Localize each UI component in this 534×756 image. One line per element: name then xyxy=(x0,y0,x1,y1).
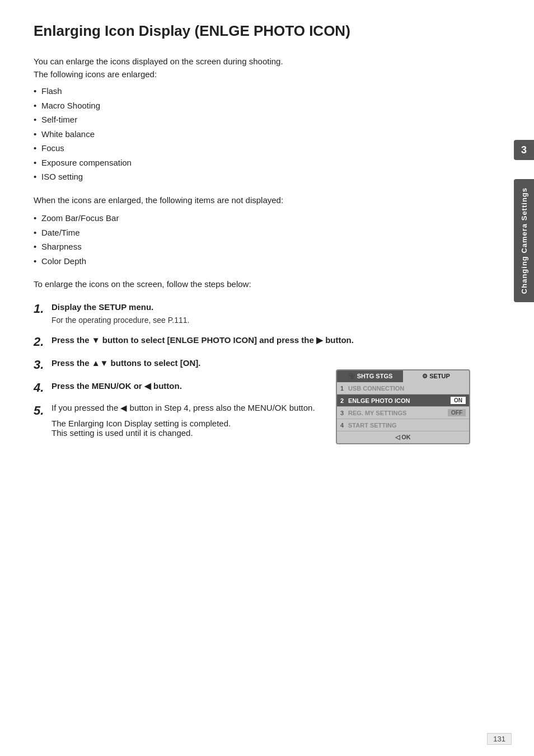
list-item: Zoom Bar/Focus Bar xyxy=(34,211,470,226)
cam-row-4: 4 START SETTING xyxy=(337,419,469,431)
step-sub5-1: The Enlarging Icon Display setting is co… xyxy=(51,419,322,428)
list-item: Date/Time xyxy=(34,226,470,240)
step-5: 5. If you pressed the ◀ button in Step 4… xyxy=(34,403,322,438)
step-bold-1: Display the SETUP menu. xyxy=(51,301,470,314)
intro-line1: You can enlarge the icons displayed on t… xyxy=(34,55,470,81)
not-displayed-intro: When the icons are enlarged, the followi… xyxy=(34,194,470,207)
cam-row-3: 3 REG. MY SETTINGS OFF xyxy=(337,407,469,419)
list-item: Macro Shooting xyxy=(34,98,470,113)
step-1: 1. Display the SETUP menu. For the opera… xyxy=(34,301,470,327)
enlarged-icons-list: Flash Macro Shooting Self-timer White ba… xyxy=(34,84,470,184)
step-sub-1: For the operating procedure, see P.111. xyxy=(51,314,470,326)
list-item: Sharpness xyxy=(34,240,470,254)
sidebar-number: 3 xyxy=(514,140,534,160)
cam-row-2: 2 ENLGE PHOTO ICON ON xyxy=(337,395,469,407)
list-item: Focus xyxy=(34,141,470,156)
page-container: Enlarging Icon Display (ENLGE PHOTO ICON… xyxy=(0,0,504,475)
step-bold-4: Press the MENU/OK or ◀ button. xyxy=(51,380,470,393)
steps-area: 1. Display the SETUP menu. For the opera… xyxy=(34,301,470,445)
step-content-2: Press the ▼ button to select [ENLGE PHOT… xyxy=(51,334,470,347)
step-number-4: 4. xyxy=(34,380,51,395)
sidebar-tab: Changing Camera Settings xyxy=(514,179,534,302)
page-title: Enlarging Icon Display (ENLGE PHOTO ICON… xyxy=(34,22,470,40)
step-number-5: 5. xyxy=(34,403,51,418)
list-item: Color Depth xyxy=(34,254,470,269)
list-item: ISO setting xyxy=(34,170,470,184)
list-item: Self-timer xyxy=(34,112,470,127)
page-number: 131 xyxy=(487,733,512,745)
steps-intro: To enlarge the icons on the screen, foll… xyxy=(34,278,470,291)
list-item: Flash xyxy=(34,84,470,98)
list-item: Exposure compensation xyxy=(34,156,470,170)
step-2: 2. Press the ▼ button to select [ENLGE P… xyxy=(34,334,470,349)
step-number-3: 3. xyxy=(34,357,51,372)
step-number-1: 1. xyxy=(34,301,51,316)
step-3: 3. Press the ▲▼ buttons to select [ON]. xyxy=(34,357,470,372)
step-content-1: Display the SETUP menu. For the operatin… xyxy=(51,301,470,327)
not-displayed-list: Zoom Bar/Focus Bar Date/Time Sharpness C… xyxy=(34,211,470,268)
step-sub5-2: This setting is used until it is changed… xyxy=(51,428,322,438)
step-content-3: Press the ▲▼ buttons to select [ON]. xyxy=(51,357,470,370)
step-content-5: If you pressed the ◀ button in Step 4, p… xyxy=(51,403,322,438)
sidebar-label: Changing Camera Settings xyxy=(520,187,528,294)
step-bold-2: Press the ▼ button to select [ENLGE PHOT… xyxy=(51,334,470,347)
step-number-2: 2. xyxy=(34,334,51,349)
step-bold-5: If you pressed the ◀ button in Step 4, p… xyxy=(51,403,322,413)
step-5-area: 5. If you pressed the ◀ button in Step 4… xyxy=(34,403,470,444)
step-content-4: Press the MENU/OK or ◀ button. xyxy=(51,380,470,393)
step-bold-3: Press the ▲▼ buttons to select [ON]. xyxy=(51,357,470,370)
camera-menu-footer: ◁ OK xyxy=(337,431,469,443)
list-item: White balance xyxy=(34,127,470,142)
step-4: 4. Press the MENU/OK or ◀ button. xyxy=(34,380,470,395)
